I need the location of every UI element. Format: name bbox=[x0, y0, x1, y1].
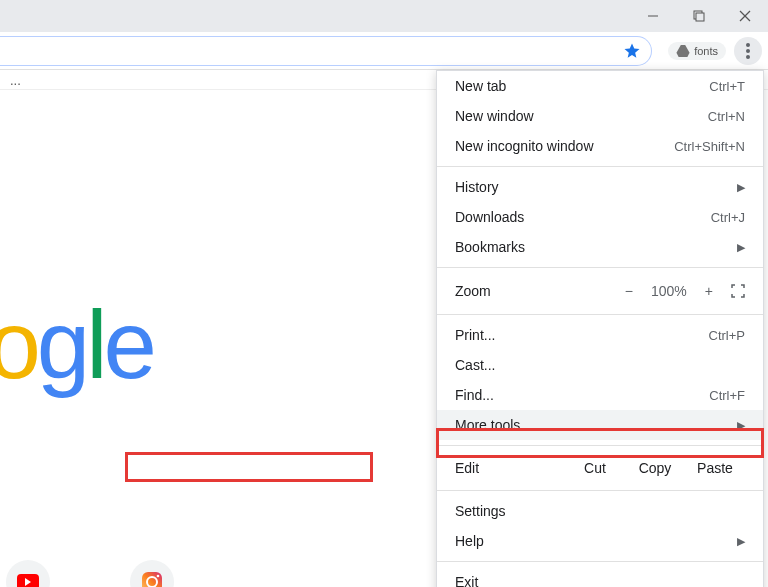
fullscreen-icon[interactable] bbox=[731, 284, 745, 298]
chrome-main-menu: New tabCtrl+T New windowCtrl+N New incog… bbox=[436, 70, 764, 587]
zoom-out-button[interactable]: − bbox=[625, 283, 633, 299]
zoom-in-button[interactable]: + bbox=[705, 283, 713, 299]
menu-new-tab[interactable]: New tabCtrl+T bbox=[437, 71, 763, 101]
shortcut-youtube[interactable] bbox=[6, 560, 50, 587]
shortcut-instagram[interactable] bbox=[130, 560, 174, 587]
chrome-menu-button[interactable] bbox=[734, 37, 762, 65]
zoom-value: 100% bbox=[651, 283, 687, 299]
svg-point-6 bbox=[746, 49, 750, 53]
bookmark-star-icon[interactable] bbox=[623, 42, 641, 60]
svg-rect-2 bbox=[696, 13, 704, 21]
address-bar[interactable] bbox=[0, 36, 652, 66]
edit-cut-button[interactable]: Cut bbox=[565, 460, 625, 476]
minimize-button[interactable] bbox=[630, 0, 676, 32]
close-button[interactable] bbox=[722, 0, 768, 32]
menu-settings[interactable]: Settings bbox=[437, 496, 763, 526]
window-titlebar bbox=[0, 0, 768, 32]
menu-bookmarks[interactable]: Bookmarks▶ bbox=[437, 232, 763, 262]
drive-icon bbox=[676, 45, 690, 57]
edit-copy-button[interactable]: Copy bbox=[625, 460, 685, 476]
browser-toolbar: fonts bbox=[0, 32, 768, 70]
menu-new-window[interactable]: New windowCtrl+N bbox=[437, 101, 763, 131]
menu-edit-row: Edit Cut Copy Paste bbox=[437, 451, 763, 485]
menu-help[interactable]: Help▶ bbox=[437, 526, 763, 556]
menu-more-tools[interactable]: More tools▶ bbox=[437, 410, 763, 440]
menu-zoom: Zoom − 100% + bbox=[437, 273, 763, 309]
edit-paste-button[interactable]: Paste bbox=[685, 460, 745, 476]
menu-history[interactable]: History▶ bbox=[437, 172, 763, 202]
svg-point-5 bbox=[746, 43, 750, 47]
menu-cast[interactable]: Cast... bbox=[437, 350, 763, 380]
svg-point-7 bbox=[746, 55, 750, 59]
youtube-icon bbox=[17, 574, 39, 587]
menu-print[interactable]: Print...Ctrl+P bbox=[437, 320, 763, 350]
extension-label: fonts bbox=[694, 45, 718, 57]
menu-incognito[interactable]: New incognito windowCtrl+Shift+N bbox=[437, 131, 763, 161]
menu-downloads[interactable]: DownloadsCtrl+J bbox=[437, 202, 763, 232]
menu-find[interactable]: Find...Ctrl+F bbox=[437, 380, 763, 410]
menu-exit[interactable]: Exit bbox=[437, 567, 763, 587]
instagram-icon bbox=[140, 570, 164, 587]
svg-rect-8 bbox=[142, 572, 162, 587]
extension-pill[interactable]: fonts bbox=[668, 42, 726, 60]
svg-point-10 bbox=[157, 575, 160, 578]
maximize-button[interactable] bbox=[676, 0, 722, 32]
google-logo: oogle bbox=[0, 290, 153, 400]
